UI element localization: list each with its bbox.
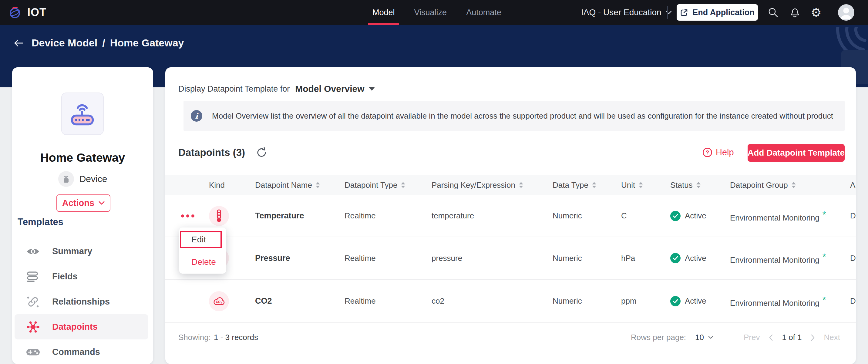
chevron-left-icon[interactable]: [769, 334, 773, 341]
link-icon: [26, 295, 40, 309]
column-datapoint-group[interactable]: Datapoint Group: [730, 181, 850, 190]
end-application-label: End Application: [692, 8, 754, 17]
sidebar-item-relationships[interactable]: Relationships: [14, 289, 148, 314]
check-icon: [670, 211, 681, 221]
sidebar-item-fields[interactable]: Fields: [14, 264, 148, 289]
prev-button[interactable]: Prev: [744, 333, 760, 342]
rows-per-page-label: Rows per page:: [631, 333, 686, 342]
thermometer-icon: [209, 206, 229, 226]
info-banner-text: Model Overview list the overview of all …: [212, 111, 833, 121]
display-template-selector[interactable]: Model Overview: [295, 84, 375, 94]
sort-icon: [519, 182, 523, 188]
actions-label: Actions: [62, 198, 94, 208]
back-arrow-icon[interactable]: [14, 39, 24, 47]
chevron-right-icon[interactable]: [811, 334, 815, 341]
co2-cloud-icon: CO 2: [209, 291, 229, 311]
chevron-down-icon: [666, 11, 672, 14]
column-datapoint-type[interactable]: Datapoint Type: [344, 181, 432, 190]
end-application-button[interactable]: End Application: [677, 4, 758, 21]
required-marker: *: [823, 251, 826, 262]
status-badge: Active: [670, 211, 730, 221]
external-link-icon: [680, 8, 688, 17]
sort-icon: [639, 182, 643, 188]
device-type-icon: [58, 171, 74, 187]
sidebar-item-commands[interactable]: Commands: [14, 339, 148, 364]
app-logo[interactable]: IOT: [8, 0, 46, 25]
add-datapoint-template-button[interactable]: Add Datapoint Template: [748, 144, 845, 162]
context-menu-edit[interactable]: Edit: [180, 231, 222, 248]
caret-down-icon: [369, 87, 375, 91]
settings-gear-icon[interactable]: ⚙: [808, 0, 824, 25]
breadcrumb-current: Home Gateway: [110, 37, 184, 49]
question-mark-icon: ?: [703, 148, 712, 157]
device-type-label: Device: [80, 174, 107, 184]
eye-icon: [26, 244, 40, 259]
notifications-bell-icon[interactable]: [787, 0, 803, 25]
column-parsing-key[interactable]: Parsing Key/Expression: [432, 181, 553, 190]
next-button[interactable]: Next: [824, 333, 840, 342]
check-icon: [670, 253, 681, 263]
workspace-label: IAQ - User Education: [581, 7, 661, 17]
sort-icon: [792, 182, 796, 188]
primary-nav: Model Visualize Automate: [363, 0, 511, 25]
svg-text:2: 2: [221, 302, 222, 305]
table-row-pressure[interactable]: Pressure Realtime pressure Numeric hPa A…: [165, 237, 856, 280]
topbar-divider: [667, 6, 668, 19]
device-model-title: Home Gateway: [12, 151, 153, 164]
display-template-label: Display Datapoint Template for: [178, 84, 290, 94]
rows-per-page-select[interactable]: 10: [695, 333, 713, 342]
actions-button[interactable]: Actions: [56, 194, 111, 212]
router-icon: [69, 101, 96, 126]
templates-section-title: Templates: [18, 217, 63, 228]
breadcrumb-separator: /: [102, 37, 105, 49]
table-footer: Showing: 1 - 3 records Rows per page: 10…: [165, 323, 856, 352]
help-label: Help: [716, 147, 734, 157]
templates-menu: Summary Fields Relationship: [14, 239, 148, 364]
workspace-selector[interactable]: IAQ - User Education: [581, 0, 672, 25]
status-badge: Active: [670, 253, 730, 263]
page-indicator: 1 of 1: [782, 333, 802, 342]
table-header: Kind Datapoint Name Datapoint Type Parsi…: [165, 175, 856, 195]
row-kebab-menu-button[interactable]: [181, 214, 194, 217]
user-avatar[interactable]: [838, 4, 854, 21]
column-clipped: A: [850, 181, 856, 190]
info-banner: i Model Overview list the overview of al…: [184, 101, 845, 131]
row-context-menu: Edit Delete: [179, 228, 226, 274]
datapoints-header: Datapoints (3): [178, 147, 268, 158]
refresh-icon[interactable]: [256, 147, 268, 158]
chevron-down-icon: [99, 201, 105, 205]
tab-automate[interactable]: Automate: [457, 0, 511, 25]
device-type-row: Device: [12, 171, 153, 187]
tab-visualize[interactable]: Visualize: [405, 0, 457, 25]
tab-model[interactable]: Model: [363, 0, 405, 25]
table-body: Temperature Realtime temperature Numeric…: [165, 195, 856, 323]
sidebar-item-datapoints[interactable]: Datapoints: [14, 314, 148, 339]
sidebar-item-summary[interactable]: Summary: [14, 239, 148, 264]
context-menu-delete[interactable]: Delete: [191, 253, 216, 271]
required-marker: *: [823, 295, 826, 305]
topbar: IOT Model Visualize Automate IAQ - User …: [0, 0, 868, 25]
pagination: Rows per page: 10 Prev 1 of 1 Next: [631, 323, 840, 352]
iot-logo-icon: [8, 5, 23, 20]
status-badge: Active: [670, 296, 730, 306]
column-status[interactable]: Status: [670, 181, 730, 190]
column-kind: Kind: [209, 181, 255, 190]
required-marker: *: [823, 209, 826, 219]
check-icon: [670, 296, 681, 306]
info-icon: i: [191, 110, 202, 122]
column-data-type[interactable]: Data Type: [553, 181, 621, 190]
help-link[interactable]: ? Help: [703, 147, 734, 157]
column-datapoint-name[interactable]: Datapoint Name: [255, 181, 344, 190]
display-template-row: Display Datapoint Template for Model Ove…: [178, 84, 375, 94]
showing-records: Showing: 1 - 3 records: [178, 323, 258, 352]
gamepad-icon: [26, 345, 40, 359]
breadcrumb-section[interactable]: Device Model: [32, 37, 97, 49]
search-icon[interactable]: [765, 0, 781, 25]
datapoints-hub-icon: [26, 320, 40, 334]
column-unit[interactable]: Unit: [621, 181, 670, 190]
device-image-card: [61, 92, 104, 135]
table-row-temperature[interactable]: Temperature Realtime temperature Numeric…: [165, 195, 856, 237]
sort-icon: [592, 182, 596, 188]
fields-icon: [26, 270, 40, 284]
table-row-co2[interactable]: CO 2 CO2 Realtime co2 Numeric ppm Active…: [165, 280, 856, 323]
